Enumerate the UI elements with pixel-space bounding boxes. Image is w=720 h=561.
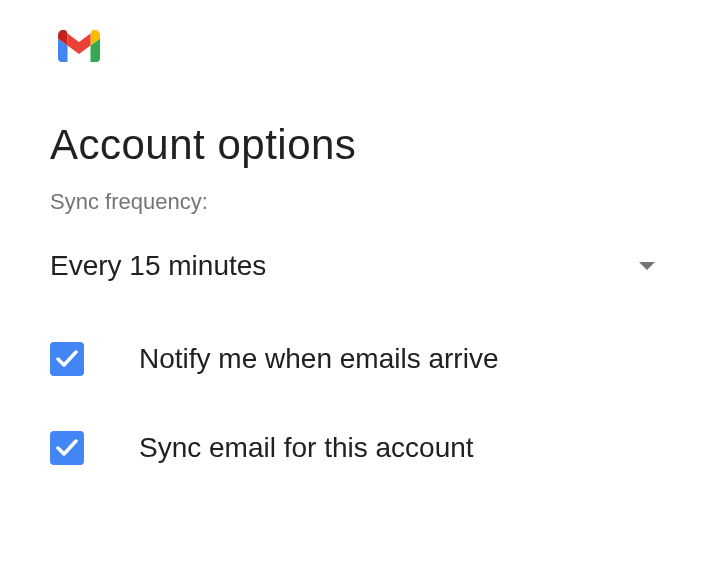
sync-frequency-value: Every 15 minutes <box>50 250 266 282</box>
gmail-icon <box>58 30 670 66</box>
sync-frequency-label: Sync frequency: <box>50 189 670 215</box>
sync-checkbox[interactable] <box>50 431 84 465</box>
notify-checkbox-label: Notify me when emails arrive <box>139 343 498 375</box>
sync-frequency-dropdown[interactable]: Every 15 minutes <box>50 250 670 282</box>
sync-checkbox-row[interactable]: Sync email for this account <box>50 431 670 465</box>
check-icon <box>56 350 78 368</box>
chevron-down-icon <box>639 262 655 270</box>
sync-checkbox-label: Sync email for this account <box>139 432 474 464</box>
notify-checkbox-row[interactable]: Notify me when emails arrive <box>50 342 670 376</box>
check-icon <box>56 439 78 457</box>
page-title: Account options <box>50 121 670 169</box>
notify-checkbox[interactable] <box>50 342 84 376</box>
